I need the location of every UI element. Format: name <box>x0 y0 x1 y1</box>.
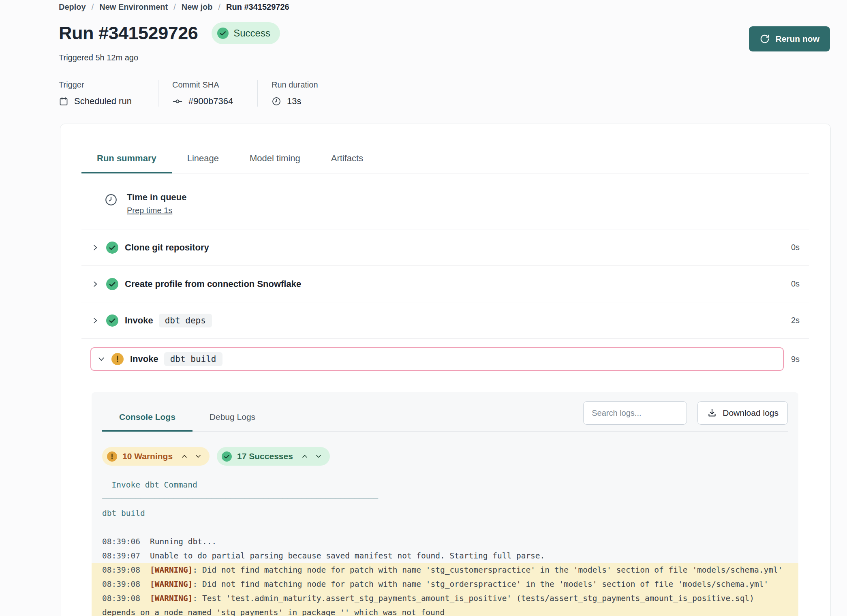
trigger-value: Scheduled run <box>74 96 132 107</box>
log-tab-bar: Console Logs Debug Logs <box>102 401 272 431</box>
download-icon <box>707 408 717 418</box>
warning-tag: [WARNING] <box>150 565 193 575</box>
breadcrumb-new-environment[interactable]: New Environment <box>99 2 168 12</box>
previous-warning-chevron-up-icon[interactable] <box>181 453 188 460</box>
log-timestamp: 08:39:06 <box>102 537 140 546</box>
queue-title: Time in queue <box>127 192 187 203</box>
log-timestamp: 08:39:08 <box>102 580 140 589</box>
run-summary-card: Run summary Lineage Model timing Artifac… <box>60 124 831 616</box>
step-duration: 2s <box>791 316 800 325</box>
warning-tag: [WARNING] <box>150 594 193 603</box>
log-blank-line <box>102 520 788 535</box>
refresh-icon <box>759 34 770 44</box>
commit-sha-value: #900b7364 <box>188 96 233 107</box>
success-check-icon <box>222 451 232 462</box>
tab-console-logs[interactable]: Console Logs <box>102 406 192 432</box>
step-duration: 0s <box>791 279 800 289</box>
step-name: Create profile from connection Snowflake <box>125 279 301 289</box>
tab-run-summary[interactable]: Run summary <box>81 153 172 173</box>
queue-clock-icon <box>104 193 118 215</box>
log-warning-line: 08:39:08[WARNING]: Test 'test.admin_matu… <box>92 591 798 616</box>
expanded-step-box[interactable]: Invoke dbt build <box>90 347 784 371</box>
log-message: : Did not find matching node for patch w… <box>193 565 783 575</box>
calendar-icon <box>59 96 68 106</box>
step-invoke-dbt-deps[interactable]: Invoke dbt deps 2s <box>81 302 809 339</box>
rerun-button[interactable]: Rerun now <box>749 26 830 51</box>
breadcrumb-separator: / <box>218 2 220 12</box>
command-chip: dbt build <box>164 352 222 366</box>
step-invoke-dbt-build[interactable]: Invoke dbt build 9s <box>81 339 809 379</box>
status-label: Success <box>233 28 270 39</box>
chevron-right-icon <box>92 244 99 251</box>
warnings-count-label: 10 Warnings <box>122 451 173 461</box>
successes-badge[interactable]: 17 Successes <box>217 447 330 466</box>
tab-debug-logs[interactable]: Debug Logs <box>192 406 272 432</box>
time-in-queue-section: Time in queue Prep time 1s <box>81 173 809 229</box>
meta-trigger: Trigger Scheduled run <box>59 80 158 107</box>
chevron-right-icon <box>92 317 99 324</box>
step-name: Invoke <box>125 315 153 326</box>
download-logs-label: Download logs <box>723 408 779 418</box>
log-message: : Test 'test.admin_maturity.assert_stg_p… <box>102 594 759 616</box>
breadcrumb-run: Run #341529726 <box>226 2 289 12</box>
breadcrumb-separator: / <box>92 2 94 12</box>
tab-lineage[interactable]: Lineage <box>172 153 234 173</box>
step-duration: 9s <box>791 355 800 364</box>
warnings-badge[interactable]: 10 Warnings <box>102 447 210 466</box>
console-logs-panel: Console Logs Debug Logs Download logs <box>92 392 798 616</box>
log-timestamp: 08:39:08 <box>102 565 140 575</box>
next-warning-chevron-down-icon[interactable] <box>195 453 201 460</box>
step-create-profile-snowflake[interactable]: Create profile from connection Snowflake… <box>81 266 809 302</box>
triggered-time: Triggered 5h 12m ago <box>59 53 831 62</box>
page-title: Run #341529726 <box>59 23 198 44</box>
success-check-icon <box>217 28 229 39</box>
rerun-label: Rerun now <box>776 34 820 44</box>
successes-count-label: 17 Successes <box>237 451 293 461</box>
warning-tag: [WARNING] <box>150 580 193 589</box>
log-message: Running dbt... <box>150 537 216 546</box>
breadcrumb-deploy[interactable]: Deploy <box>59 2 86 12</box>
success-check-icon <box>106 278 118 290</box>
log-line: 08:39:06Running dbt... <box>102 535 788 549</box>
next-success-chevron-down-icon[interactable] <box>315 453 322 460</box>
step-clone-git-repository[interactable]: Clone git repository 0s <box>81 229 809 266</box>
meta-commit-sha: Commit SHA #900b7364 <box>158 80 257 107</box>
breadcrumb: Deploy / New Environment / New job / Run… <box>59 2 831 12</box>
success-check-icon <box>106 314 118 327</box>
clock-icon <box>272 96 281 106</box>
commit-icon <box>172 96 183 107</box>
log-timestamp: 08:39:08 <box>102 594 140 603</box>
download-logs-button[interactable]: Download logs <box>697 401 788 425</box>
meta-run-duration: Run duration 13s <box>257 80 336 107</box>
log-warning-line: 08:39:08[WARNING]: Did not find matching… <box>92 563 798 577</box>
breadcrumb-new-job[interactable]: New job <box>182 2 213 12</box>
run-duration-value: 13s <box>287 96 301 107</box>
log-divider: ────────────────────────────────────────… <box>102 492 788 506</box>
run-duration-label: Run duration <box>272 80 318 90</box>
chevron-right-icon <box>92 280 99 288</box>
command-chip: dbt deps <box>159 314 212 327</box>
log-warning-line: 08:39:08[WARNING]: Did not find matching… <box>92 577 798 591</box>
previous-success-chevron-up-icon[interactable] <box>302 453 308 460</box>
log-message: Unable to do partial parsing because sav… <box>150 551 545 560</box>
warning-icon <box>111 353 124 365</box>
chevron-down-icon <box>98 355 105 363</box>
success-check-icon <box>106 242 118 254</box>
prep-time-link[interactable]: Prep time 1s <box>127 206 172 215</box>
log-header: Console Logs Debug Logs Download logs <box>102 401 788 432</box>
search-logs-input[interactable] <box>583 401 687 425</box>
step-name: Clone git repository <box>125 242 209 253</box>
log-command-header: Invoke dbt Command <box>102 478 788 492</box>
tab-bar: Run summary Lineage Model timing Artifac… <box>81 153 809 173</box>
tab-artifacts[interactable]: Artifacts <box>316 153 379 173</box>
tab-model-timing[interactable]: Model timing <box>234 153 316 173</box>
log-message: : Did not find matching node for patch w… <box>193 580 769 589</box>
run-metadata: Trigger Scheduled run Commit SHA #900b73… <box>59 80 831 107</box>
commit-sha-label: Commit SHA <box>172 80 240 90</box>
log-command: dbt build <box>102 506 788 520</box>
step-duration: 0s <box>791 243 800 252</box>
run-detail-page: Deploy / New Environment / New job / Run… <box>0 0 847 616</box>
status-badge: Success <box>212 22 280 44</box>
log-line: 08:39:07Unable to do partial parsing bec… <box>102 549 788 563</box>
step-name: Invoke <box>130 354 158 364</box>
